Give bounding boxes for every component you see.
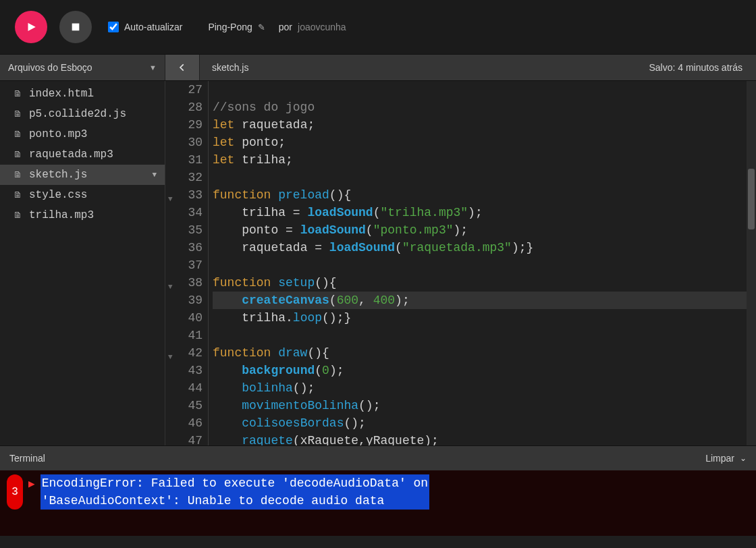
code-line[interactable]: background(0);	[213, 362, 747, 379]
chevron-down-icon[interactable]: ▼	[152, 171, 157, 179]
chevron-down-icon: ⌄	[740, 454, 747, 463]
author-link[interactable]: joaovcunha	[298, 22, 346, 32]
code-line[interactable]	[213, 327, 747, 344]
by-label: por	[279, 22, 292, 32]
code-line[interactable]: raquete(xRaquete,yRaquete);	[213, 432, 747, 445]
error-count-badge: 3	[7, 474, 23, 510]
error-line-1: EncodingError: Failed to execute 'decode…	[40, 476, 430, 490]
code-line[interactable]	[213, 169, 747, 186]
file-icon: 🗎	[14, 89, 22, 99]
pencil-icon[interactable]: ✎	[258, 22, 265, 32]
play-icon	[25, 21, 37, 33]
line-number: 42▼	[165, 344, 202, 362]
file-name: index.html	[29, 88, 94, 100]
code-line[interactable]: let trilha;	[213, 151, 747, 169]
line-number: 36	[165, 239, 202, 256]
file-name: raquetada.mp3	[29, 148, 113, 161]
console-clear-button[interactable]: Limpar ⌄	[705, 453, 747, 464]
scrollbar-thumb[interactable]	[748, 169, 755, 229]
file-item[interactable]: 🗎p5.collide2d.js	[0, 104, 165, 124]
console-panel: Terminal Limpar ⌄ 3 ▶ EncodingError: Fai…	[0, 445, 756, 548]
line-number: 30	[165, 134, 202, 151]
code-line[interactable]: movimentoBolinha();	[213, 397, 747, 414]
error-message[interactable]: EncodingError: Failed to execute 'decode…	[40, 474, 430, 510]
error-line-2: 'BaseAudioContext': Unable to decode aud…	[40, 494, 386, 508]
file-icon: 🗎	[14, 170, 22, 180]
file-item[interactable]: 🗎style.css	[0, 185, 165, 205]
auto-update-checkbox[interactable]	[108, 22, 119, 32]
code-line[interactable]: function draw(){	[213, 344, 747, 362]
main-area: 🗎index.html🗎p5.collide2d.js🗎ponto.mp3🗎ra…	[0, 81, 756, 445]
code-line[interactable]: colisoesBordas();	[213, 414, 747, 432]
code-line[interactable]	[213, 256, 747, 274]
line-number: 45	[165, 397, 202, 414]
line-number: 32	[165, 169, 202, 186]
line-number: 38▼	[165, 274, 202, 292]
file-icon: 🗎	[14, 130, 22, 140]
code-line[interactable]: bolinha();	[213, 379, 747, 397]
chevron-down-icon: ▼	[149, 63, 157, 72]
file-name: sketch.js	[29, 169, 87, 181]
code-line[interactable]: ponto = loadSound("ponto.mp3");	[213, 221, 747, 239]
files-panel-title: Arquivos do Esboço	[8, 62, 92, 73]
line-number: 28	[165, 99, 202, 116]
line-gutter: 27282930313233▼3435363738▼39404142▼43444…	[165, 81, 209, 445]
line-number: 41	[165, 327, 202, 344]
file-item[interactable]: 🗎trilha.mp3	[0, 205, 165, 225]
project-name: Ping-Pong	[208, 22, 252, 32]
line-number: 43	[165, 362, 202, 379]
line-number: 44	[165, 379, 202, 397]
code-line[interactable]: createCanvas(600, 400);	[213, 292, 747, 309]
line-number: 39	[165, 292, 202, 309]
stop-icon	[70, 22, 81, 32]
project-title-block: Ping-Pong ✎ por joaovcunha	[208, 22, 346, 32]
console-body: 3 ▶ EncodingError: Failed to execute 'de…	[0, 470, 756, 536]
top-toolbar: Auto-atualizar Ping-Pong ✎ por joaovcunh…	[0, 0, 756, 54]
line-number: 34	[165, 204, 202, 221]
stop-button[interactable]	[59, 11, 92, 43]
code-line[interactable]: let raquetada;	[213, 116, 747, 134]
code-line[interactable]: trilha.loop();}	[213, 309, 747, 327]
file-item[interactable]: 🗎ponto.mp3	[0, 124, 165, 144]
saved-status: Salvo: 4 minutos atrás	[649, 55, 756, 80]
console-footer	[0, 536, 756, 548]
current-file-tab[interactable]: sketch.js	[200, 55, 261, 80]
code-line[interactable]: function setup(){	[213, 274, 747, 292]
code-line[interactable]: trilha = loadSound("trilha.mp3");	[213, 204, 747, 221]
line-number: 37	[165, 256, 202, 274]
line-number: 35	[165, 221, 202, 239]
file-item[interactable]: 🗎sketch.js▼	[0, 165, 165, 185]
line-number: 46	[165, 414, 202, 432]
chevron-left-icon	[178, 63, 187, 72]
file-name: style.css	[29, 189, 87, 201]
play-button[interactable]	[15, 11, 47, 43]
code-line[interactable]: //sons do jogo	[213, 99, 747, 116]
file-item[interactable]: 🗎index.html	[0, 84, 165, 104]
code-line[interactable]: function preload(){	[213, 186, 747, 204]
error-arrow-icon: ▶	[28, 477, 35, 491]
auto-update-toggle[interactable]: Auto-atualizar	[108, 22, 182, 32]
file-name: trilha.mp3	[29, 209, 94, 221]
svg-rect-0	[72, 24, 80, 31]
line-number: 31	[165, 151, 202, 169]
code-line[interactable]: raquetada = loadSound("raquetada.mp3");}	[213, 239, 747, 256]
files-panel-header[interactable]: Arquivos do Esboço ▼	[0, 55, 165, 80]
file-icon: 🗎	[14, 211, 22, 221]
code-line[interactable]	[213, 81, 747, 99]
file-icon: 🗎	[14, 190, 22, 200]
line-number: 27	[165, 81, 202, 99]
editor-scrollbar[interactable]	[747, 81, 756, 445]
secondary-bar: Arquivos do Esboço ▼ sketch.js Salvo: 4 …	[0, 54, 756, 81]
code-editor[interactable]: 27282930313233▼3435363738▼39404142▼43444…	[165, 81, 756, 445]
line-number: 47	[165, 432, 202, 445]
file-name: ponto.mp3	[29, 128, 87, 140]
file-item[interactable]: 🗎raquetada.mp3	[0, 144, 165, 165]
code-line[interactable]: let ponto;	[213, 134, 747, 151]
console-clear-label: Limpar	[705, 453, 734, 464]
code-area[interactable]: //sons do jogolet raquetada;let ponto;le…	[209, 81, 747, 445]
line-number: 29	[165, 116, 202, 134]
line-number: 33▼	[165, 186, 202, 204]
file-icon: 🗎	[14, 109, 22, 119]
collapse-sidebar-button[interactable]	[165, 55, 200, 80]
file-tree: 🗎index.html🗎p5.collide2d.js🗎ponto.mp3🗎ra…	[0, 81, 165, 445]
